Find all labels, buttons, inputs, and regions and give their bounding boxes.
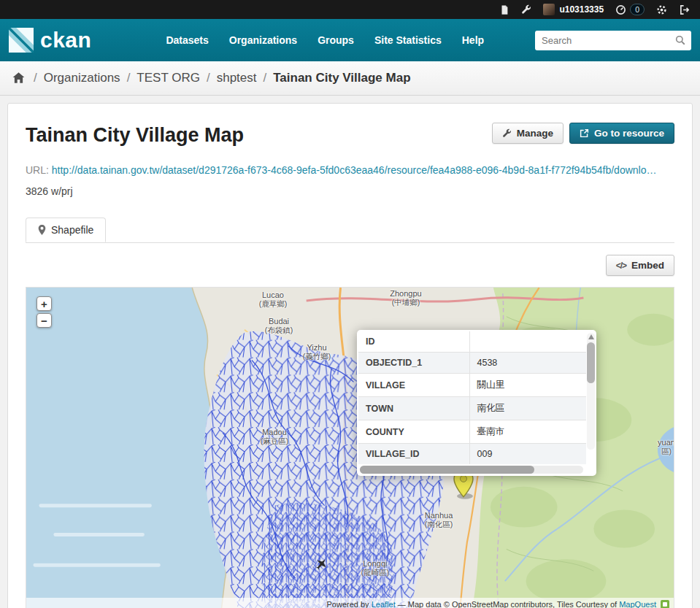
url-label: URL:	[26, 164, 49, 176]
nav-organizations[interactable]: Organizations	[219, 28, 307, 52]
notifications-badge: 0	[630, 4, 645, 15]
external-link-icon	[580, 128, 589, 138]
zoom-in-button[interactable]: +	[36, 296, 52, 311]
mapquest-link[interactable]: MapQuest	[619, 600, 656, 608]
popup-attribute-table: ID OBJECTID_14538 VILLAGE關山里 TOWN南化區 COU…	[358, 331, 586, 464]
search-icon[interactable]	[675, 35, 686, 46]
feature-popup: ID OBJECTID_14538 VILLAGE關山里 TOWN南化區 COU…	[357, 330, 596, 476]
nav-groups[interactable]: Groups	[307, 28, 364, 52]
breadcrumb: / Organizations / TEST ORG / shptest / T…	[0, 61, 700, 96]
resource-card: Tainan City Village Map Manage Go to res…	[7, 103, 693, 608]
popup-row: TOWN南化區	[358, 397, 586, 420]
ckan-logo[interactable]: ckan	[9, 28, 91, 53]
embed-button[interactable]: </> Embed	[606, 255, 674, 276]
page-title: Tainan City Village Map	[26, 124, 492, 147]
map-marker-icon	[38, 225, 46, 235]
logout-icon	[679, 4, 690, 15]
popup-row: COUNTY臺南市	[358, 420, 586, 444]
home-icon	[12, 72, 26, 85]
main-nav: Datasets Organizations Groups Site Stati…	[155, 28, 494, 52]
dashboard-button[interactable]: 0	[615, 4, 645, 15]
zoom-out-button[interactable]: −	[36, 313, 52, 328]
breadcrumb-current: Tainan City Village Map	[273, 71, 410, 85]
vertical-scroll-thumb[interactable]	[587, 342, 595, 383]
resource-actions: Manage Go to resource	[492, 123, 674, 144]
map[interactable]: Lucao(鹿草鄉) Zhongpu(中埔鄉) Budai(布袋鎮) Yizhu…	[26, 287, 674, 608]
breadcrumb-org[interactable]: TEST ORG	[136, 71, 200, 85]
manage-button[interactable]: Manage	[492, 123, 564, 144]
username: u10313335	[559, 4, 604, 15]
mapquest-icon	[661, 600, 669, 608]
popup-row: VILLAGE關山里	[358, 374, 586, 397]
sysadmin-button[interactable]	[521, 4, 531, 15]
leaflet-link[interactable]: Leaflet	[372, 600, 396, 608]
map-attribution: Powered by Leaflet — Map data © OpenStre…	[26, 598, 674, 608]
go-to-resource-button[interactable]: Go to resource	[569, 123, 674, 144]
logo-text: ckan	[40, 29, 91, 51]
page: u10313335 0 ckan Datasets	[0, 0, 700, 608]
breadcrumb-dataset[interactable]: shptest	[217, 71, 257, 85]
popup-row: OBJECTID_14538	[358, 353, 586, 374]
wrench-icon	[521, 4, 531, 15]
settings-button[interactable]	[656, 4, 667, 15]
content: Tainan City Village Map Manage Go to res…	[0, 96, 700, 608]
ckan-logo-icon	[9, 28, 34, 53]
horizontal-scroll-thumb[interactable]	[360, 466, 534, 474]
view-tabs: Shapefile	[26, 217, 674, 243]
user-menu[interactable]: u10313335	[543, 4, 604, 15]
drafts-button[interactable]	[499, 4, 509, 15]
gear-icon	[656, 4, 667, 15]
breadcrumb-organizations[interactable]: Organizations	[44, 71, 120, 85]
dashboard-gauge-icon	[615, 4, 626, 15]
code-icon: </>	[616, 261, 626, 271]
document-icon	[499, 4, 509, 15]
logout-button[interactable]	[679, 4, 690, 15]
nav-help[interactable]: Help	[452, 28, 494, 52]
popup-row: ID	[358, 331, 586, 353]
search-input[interactable]	[535, 31, 691, 50]
site-search	[535, 31, 691, 50]
home-link[interactable]	[12, 72, 26, 85]
nav-site-statistics[interactable]: Site Statistics	[364, 28, 452, 52]
nav-datasets[interactable]: Datasets	[155, 28, 218, 52]
zoom-control: + −	[36, 296, 52, 328]
resource-description: 3826 w/prj	[26, 185, 674, 197]
tab-shapefile[interactable]: Shapefile	[26, 218, 106, 242]
resource-url-link[interactable]: http://data.tainan.gov.tw/dataset/d29172…	[52, 164, 657, 176]
account-bar: u10313335 0	[0, 0, 700, 19]
scroll-up-arrow-icon[interactable]	[588, 334, 594, 339]
popup-vertical-scrollbar[interactable]	[587, 333, 595, 450]
masthead: ckan Datasets Organizations Groups Site …	[0, 19, 700, 61]
popup-horizontal-scrollbar[interactable]	[360, 466, 583, 474]
avatar	[543, 4, 555, 15]
wrench-icon	[502, 128, 512, 138]
popup-row: VILLAGE_ID009	[358, 444, 586, 465]
